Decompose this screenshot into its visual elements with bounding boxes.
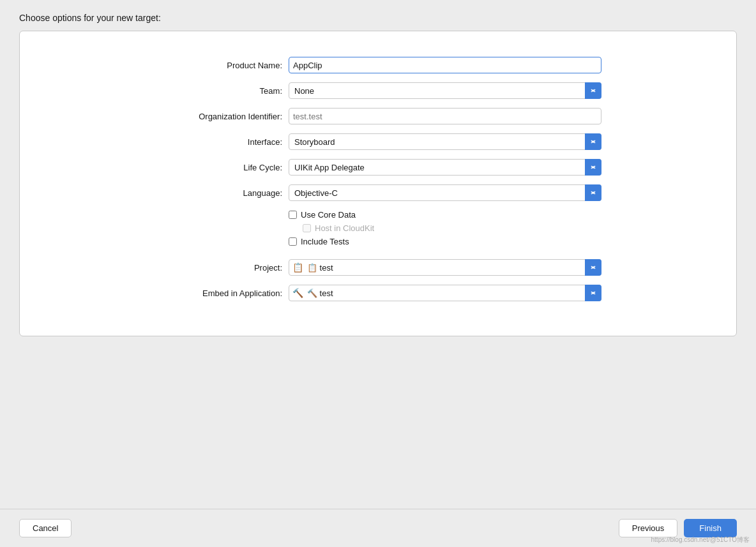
product-name-row: Product Name:	[155, 57, 601, 73]
embed-row: Embed in Application: 🔨 test 🔨	[155, 285, 601, 301]
project-select-wrapper: 📋 test 📋	[289, 259, 601, 276]
checkboxes-row: Use Core Data Host in CloudKit Include T…	[155, 210, 601, 250]
org-identifier-input[interactable]	[289, 108, 601, 124]
include-tests-row: Include Tests	[289, 237, 374, 246]
page-title: Choose options for your new target:	[0, 13, 161, 31]
lifecycle-row: Life Cycle: UIKit App Delegate	[155, 159, 601, 176]
watermark: https://blog.csdn.net/@51CTO博客	[651, 536, 750, 544]
right-buttons: Previous Finish	[619, 519, 737, 537]
lifecycle-select-wrapper: UIKit App Delegate	[289, 159, 601, 176]
host-in-cloudkit-checkbox[interactable]	[303, 224, 311, 232]
project-row: Project: 📋 test 📋	[155, 259, 601, 276]
team-row: Team: None	[155, 82, 601, 99]
language-label: Language:	[155, 188, 289, 198]
lifecycle-label: Life Cycle:	[155, 163, 289, 172]
host-in-cloudkit-row: Host in CloudKit	[303, 223, 374, 233]
interface-row: Interface: Storyboard	[155, 133, 601, 150]
form-area: Product Name: Team: None Organization Id…	[155, 57, 601, 310]
host-in-cloudkit-label: Host in CloudKit	[315, 223, 374, 233]
finish-button[interactable]: Finish	[684, 519, 737, 537]
include-tests-checkbox[interactable]	[289, 237, 297, 246]
include-tests-label: Include Tests	[301, 237, 349, 246]
embed-label: Embed in Application:	[155, 288, 289, 298]
language-row: Language: Objective-C	[155, 184, 601, 201]
product-name-label: Product Name:	[155, 61, 289, 70]
team-label: Team:	[155, 86, 289, 96]
team-select[interactable]: None	[289, 82, 601, 99]
lifecycle-select[interactable]: UIKit App Delegate	[289, 159, 601, 176]
project-select[interactable]: 📋 test	[289, 259, 601, 276]
org-identifier-row: Organization Identifier:	[155, 108, 601, 124]
team-select-wrapper: None	[289, 82, 601, 99]
checkboxes-group: Use Core Data Host in CloudKit Include T…	[289, 210, 374, 250]
cancel-button[interactable]: Cancel	[19, 519, 72, 537]
org-identifier-label: Organization Identifier:	[155, 112, 289, 121]
bottom-bar: Cancel Previous Finish	[0, 509, 756, 547]
embed-select-wrapper: 🔨 test 🔨	[289, 285, 601, 301]
dialog-container: Product Name: Team: None Organization Id…	[19, 31, 737, 336]
interface-label: Interface:	[155, 137, 289, 147]
previous-button[interactable]: Previous	[619, 519, 678, 537]
embed-select[interactable]: 🔨 test	[289, 285, 601, 301]
interface-select[interactable]: Storyboard	[289, 133, 601, 150]
use-core-data-label: Use Core Data	[301, 210, 356, 220]
language-select-wrapper: Objective-C	[289, 184, 601, 201]
use-core-data-checkbox[interactable]	[289, 211, 297, 219]
use-core-data-row: Use Core Data	[289, 210, 374, 220]
interface-select-wrapper: Storyboard	[289, 133, 601, 150]
project-label: Project:	[155, 263, 289, 273]
language-select[interactable]: Objective-C	[289, 184, 601, 201]
product-name-input[interactable]	[289, 57, 601, 73]
